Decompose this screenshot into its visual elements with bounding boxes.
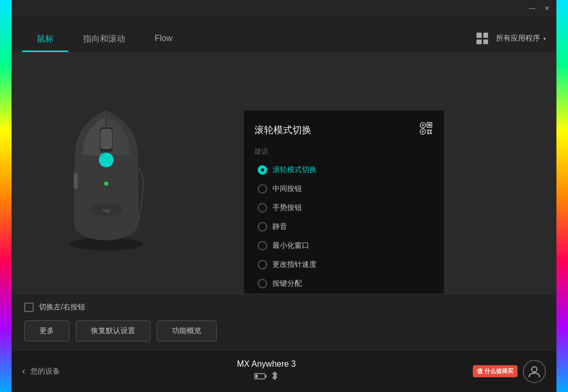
title-bar: — ✕ bbox=[12, 0, 556, 17]
battery-icon bbox=[254, 373, 267, 381]
option-label-middle-btn: 中间按钮 bbox=[272, 184, 302, 194]
rainbow-left bbox=[0, 0, 12, 392]
footer: ‹ 您的设备 MX Anywhere 3 bbox=[12, 350, 556, 392]
device-icons bbox=[237, 371, 296, 383]
checkbox-row: 切换左/右按钮 bbox=[24, 303, 544, 312]
option-label-minimize: 最小化窗口 bbox=[272, 241, 309, 250]
svg-rect-27 bbox=[255, 375, 258, 378]
chevron-down-icon: ▾ bbox=[543, 36, 546, 42]
option-middle-btn[interactable]: 中间按钮 bbox=[255, 180, 433, 197]
radio-scroll-mode bbox=[258, 165, 267, 175]
footer-center: MX Anywhere 3 bbox=[237, 359, 296, 383]
top-nav: 鼠标 指向和滚动 Flow 所有应用程序 ▾ bbox=[12, 17, 556, 53]
popup-section-label: 建议 bbox=[255, 147, 433, 156]
grid-cell bbox=[483, 39, 489, 45]
popup-options: 滚轮模式切换 中间按钮 手势按钮 静音 最小化窗口 bbox=[255, 162, 433, 292]
option-label-gesture-btn: 手势按钮 bbox=[272, 203, 302, 213]
svg-point-24 bbox=[422, 130, 424, 133]
bluetooth-icon bbox=[271, 371, 278, 383]
account-icon[interactable] bbox=[523, 360, 546, 383]
radio-mute bbox=[258, 222, 267, 232]
close-button[interactable]: ✕ bbox=[542, 3, 552, 14]
option-pointer-speed[interactable]: 更改指针速度 bbox=[255, 256, 433, 273]
dropdown-popup: 滚轮模式切换 bbox=[244, 110, 444, 294]
svg-rect-11 bbox=[74, 173, 78, 189]
tab-flow[interactable]: Flow bbox=[140, 26, 187, 52]
back-arrow-icon: ‹ bbox=[22, 366, 25, 377]
option-mute[interactable]: 静音 bbox=[255, 218, 433, 235]
app-container: — ✕ 鼠标 指向和滚动 Flow 所有应用程序 ▾ bbox=[12, 0, 556, 392]
device-name: MX Anywhere 3 bbox=[237, 359, 296, 369]
grid-cell bbox=[476, 33, 482, 38]
grid-cell bbox=[476, 39, 482, 45]
svg-rect-19 bbox=[427, 129, 429, 132]
overview-button[interactable]: 功能概览 bbox=[157, 320, 217, 341]
app-selector[interactable]: 所有应用程序 ▾ bbox=[496, 34, 546, 43]
svg-rect-18 bbox=[428, 124, 431, 126]
option-gesture-btn[interactable]: 手势按钮 bbox=[255, 199, 433, 216]
grid-view-icon[interactable] bbox=[474, 30, 491, 47]
svg-rect-22 bbox=[430, 132, 432, 134]
main-content: logi 滚轮模式切换 bbox=[12, 53, 556, 294]
rainbow-right bbox=[556, 0, 568, 392]
svg-point-28 bbox=[532, 367, 537, 372]
popup-header: 滚轮模式切换 bbox=[255, 121, 433, 138]
svg-point-10 bbox=[99, 153, 114, 167]
radio-key-assign bbox=[258, 279, 267, 288]
footer-right: 值 什么值得买 bbox=[473, 360, 546, 383]
watermark-label: 值 什么值得买 bbox=[473, 365, 518, 377]
footer-back[interactable]: ‹ 您的设备 bbox=[22, 366, 60, 377]
restore-defaults-button[interactable]: 恢复默认设置 bbox=[76, 320, 150, 341]
button-row: 更多 恢复默认设置 功能概览 bbox=[24, 320, 544, 341]
option-label-scroll-mode: 滚轮模式切换 bbox=[272, 165, 317, 175]
app-selector-label: 所有应用程序 bbox=[496, 34, 540, 43]
more-button[interactable]: 更多 bbox=[24, 320, 69, 341]
option-scroll-mode[interactable]: 滚轮模式切换 bbox=[255, 162, 433, 178]
swap-buttons-checkbox[interactable] bbox=[24, 303, 34, 312]
nav-tabs: 鼠标 指向和滚动 Flow bbox=[22, 26, 474, 52]
svg-rect-21 bbox=[427, 132, 429, 134]
tab-pointing[interactable]: 指向和滚动 bbox=[68, 26, 140, 52]
popup-title: 滚轮模式切换 bbox=[255, 124, 311, 136]
radio-gesture-btn bbox=[258, 203, 267, 213]
radio-minimize bbox=[258, 241, 267, 250]
swap-buttons-label: 切换左/右按钮 bbox=[39, 303, 85, 312]
svg-rect-20 bbox=[430, 129, 432, 132]
svg-point-16 bbox=[422, 124, 424, 126]
grid-cell bbox=[483, 33, 489, 38]
tab-mouse[interactable]: 鼠标 bbox=[22, 26, 68, 52]
option-label-pointer-speed: 更改指针速度 bbox=[272, 260, 317, 269]
option-minimize[interactable]: 最小化窗口 bbox=[255, 237, 433, 254]
option-key-assign[interactable]: 按键分配 bbox=[255, 275, 433, 292]
radio-pointer-speed bbox=[258, 260, 267, 269]
minimize-button[interactable]: — bbox=[527, 3, 537, 14]
nav-right: 所有应用程序 ▾ bbox=[474, 30, 546, 52]
svg-point-14 bbox=[104, 182, 108, 186]
mouse-illustration: logi bbox=[54, 94, 159, 252]
radio-middle-btn bbox=[258, 184, 267, 194]
your-devices-label: 您的设备 bbox=[31, 367, 60, 376]
option-label-mute: 静音 bbox=[272, 222, 287, 232]
option-label-key-assign: 按键分配 bbox=[272, 279, 302, 288]
bottom-section: 切换左/右按钮 更多 恢复默认设置 功能概览 bbox=[12, 294, 556, 350]
svg-rect-26 bbox=[265, 375, 267, 377]
svg-text:logi: logi bbox=[103, 208, 110, 213]
popup-icon bbox=[419, 121, 433, 138]
